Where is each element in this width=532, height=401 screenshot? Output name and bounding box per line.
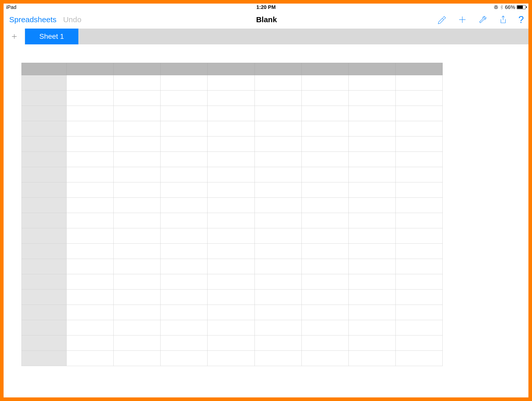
cell[interactable] — [208, 305, 255, 320]
cell[interactable] — [348, 228, 395, 244]
table-row[interactable] — [22, 167, 443, 182]
column-header[interactable] — [114, 63, 161, 75]
cell[interactable] — [348, 198, 395, 213]
cell[interactable] — [208, 320, 255, 335]
cell[interactable] — [161, 182, 208, 198]
cell[interactable] — [395, 259, 442, 274]
cell[interactable] — [67, 274, 114, 290]
cell[interactable] — [208, 198, 255, 213]
cell[interactable] — [255, 136, 301, 152]
cell[interactable] — [301, 259, 348, 274]
cell[interactable] — [67, 91, 114, 106]
cell[interactable] — [114, 213, 161, 228]
cell[interactable] — [67, 75, 114, 91]
cell[interactable] — [348, 259, 395, 274]
row-header[interactable] — [22, 290, 67, 305]
cell[interactable] — [208, 259, 255, 274]
cell[interactable] — [208, 182, 255, 198]
spreadsheet-grid[interactable] — [21, 63, 443, 366]
cell[interactable] — [301, 320, 348, 335]
cell[interactable] — [208, 290, 255, 305]
undo-button[interactable]: Undo — [63, 15, 81, 24]
cell[interactable] — [114, 244, 161, 259]
cell[interactable] — [301, 106, 348, 121]
cell[interactable] — [301, 152, 348, 167]
row-header[interactable] — [22, 320, 67, 335]
cell[interactable] — [114, 198, 161, 213]
cell[interactable] — [255, 259, 301, 274]
cell[interactable] — [67, 228, 114, 244]
cell[interactable] — [301, 351, 348, 366]
cell[interactable] — [255, 198, 301, 213]
cell[interactable] — [395, 335, 442, 351]
table-row[interactable] — [22, 228, 443, 244]
table-row[interactable] — [22, 305, 443, 320]
add-button[interactable] — [457, 15, 467, 25]
cell[interactable] — [161, 228, 208, 244]
column-header[interactable] — [395, 63, 442, 75]
cell[interactable] — [395, 213, 442, 228]
cell[interactable] — [348, 182, 395, 198]
help-button[interactable]: ? — [518, 15, 524, 24]
cell[interactable] — [395, 106, 442, 121]
tools-button[interactable] — [478, 15, 488, 25]
corner-cell[interactable] — [22, 63, 67, 75]
cell[interactable] — [395, 290, 442, 305]
cell[interactable] — [67, 305, 114, 320]
cell[interactable] — [255, 213, 301, 228]
cell[interactable] — [114, 182, 161, 198]
cell[interactable] — [208, 213, 255, 228]
row-header[interactable] — [22, 259, 67, 274]
cell[interactable] — [395, 75, 442, 91]
table-row[interactable] — [22, 198, 443, 213]
cell[interactable] — [301, 75, 348, 91]
row-header[interactable] — [22, 274, 67, 290]
add-sheet-button[interactable] — [4, 29, 25, 44]
row-header[interactable] — [22, 106, 67, 121]
cell[interactable] — [395, 198, 442, 213]
cell[interactable] — [208, 75, 255, 91]
cell[interactable] — [255, 244, 301, 259]
row-header[interactable] — [22, 213, 67, 228]
cell[interactable] — [348, 152, 395, 167]
table-row[interactable] — [22, 152, 443, 167]
cell[interactable] — [255, 228, 301, 244]
table-row[interactable] — [22, 274, 443, 290]
row-header[interactable] — [22, 167, 67, 182]
cell[interactable] — [348, 121, 395, 136]
cell[interactable] — [67, 213, 114, 228]
cell[interactable] — [114, 152, 161, 167]
cell[interactable] — [255, 167, 301, 182]
cell[interactable] — [255, 320, 301, 335]
row-header[interactable] — [22, 152, 67, 167]
column-header-row[interactable] — [22, 63, 443, 75]
column-header[interactable] — [301, 63, 348, 75]
cell[interactable] — [67, 121, 114, 136]
cell[interactable] — [114, 228, 161, 244]
row-header[interactable] — [22, 335, 67, 351]
cell[interactable] — [301, 121, 348, 136]
cell[interactable] — [395, 305, 442, 320]
cell[interactable] — [255, 274, 301, 290]
cell[interactable] — [301, 136, 348, 152]
cell[interactable] — [161, 305, 208, 320]
cell[interactable] — [161, 351, 208, 366]
cell[interactable] — [67, 152, 114, 167]
cell[interactable] — [301, 198, 348, 213]
cell[interactable] — [114, 351, 161, 366]
cell[interactable] — [161, 121, 208, 136]
cell[interactable] — [208, 91, 255, 106]
cell[interactable] — [208, 274, 255, 290]
table-row[interactable] — [22, 290, 443, 305]
cell[interactable] — [67, 182, 114, 198]
cell[interactable] — [67, 335, 114, 351]
row-header[interactable] — [22, 136, 67, 152]
cell[interactable] — [161, 198, 208, 213]
cell[interactable] — [67, 244, 114, 259]
row-header[interactable] — [22, 75, 67, 91]
cell[interactable] — [395, 182, 442, 198]
cell[interactable] — [67, 259, 114, 274]
cell[interactable] — [395, 91, 442, 106]
cell[interactable] — [67, 290, 114, 305]
cell[interactable] — [67, 320, 114, 335]
